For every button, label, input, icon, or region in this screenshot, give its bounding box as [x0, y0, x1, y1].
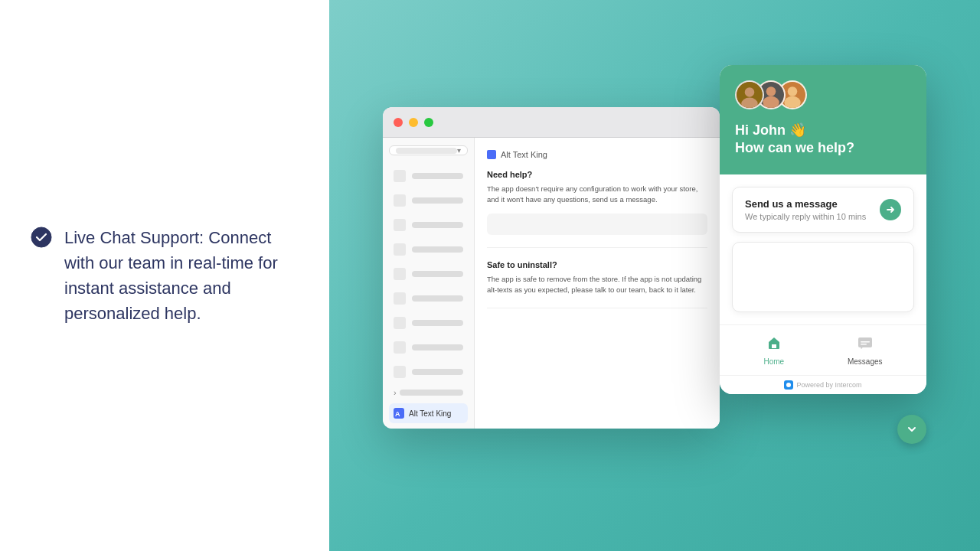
sidebar-nav-security[interactable]	[389, 337, 468, 357]
svg-point-8	[766, 86, 776, 96]
sidebar-dropdown[interactable]: ▾	[389, 145, 468, 155]
app-logo-icon: A	[394, 408, 404, 419]
chat-avatars	[735, 80, 911, 109]
nav-settings-label	[412, 320, 463, 326]
chat-widget: Hi John 👋 How can we help? Send us a mes…	[720, 65, 926, 394]
chart-icon	[394, 292, 406, 305]
app-content: Alt Text King Need help? The app doesn't…	[475, 138, 720, 429]
home-tab-label: Home	[763, 357, 784, 366]
messages-tab-icon	[857, 334, 874, 355]
nav-images-label	[412, 271, 463, 277]
send-message-title: Send us a message	[745, 198, 866, 210]
sidebar-nav-analytics[interactable]	[389, 289, 468, 308]
nav-home-label	[412, 173, 463, 179]
svg-rect-3	[487, 150, 496, 159]
arrow-right-icon	[885, 204, 896, 215]
check-icon	[31, 227, 52, 248]
chevron-down-icon: ▾	[457, 146, 461, 155]
faq-text-0: The app doesn't require any configuratio…	[487, 184, 707, 206]
faq-input-0[interactable]	[487, 214, 707, 235]
sidebar-nav-users[interactable]	[389, 240, 468, 259]
browser-window: ▾	[383, 107, 720, 429]
chat-body: Send us a message We typically reply wit…	[720, 174, 926, 324]
intercom-logo-icon	[784, 380, 793, 390]
footer-tab-messages[interactable]: Messages	[848, 334, 883, 366]
sidebar-nav-images[interactable]	[389, 264, 468, 284]
chat-greeting: Hi John 👋 How can we help?	[735, 122, 911, 156]
nav-analytics-label	[412, 295, 463, 302]
tag-icon	[394, 219, 406, 231]
svg-point-11	[788, 86, 798, 96]
content-header: Alt Text King	[487, 150, 707, 159]
right-panel: ▾	[329, 0, 980, 551]
feature-description: Live Chat Support: Connect with our team…	[64, 225, 299, 326]
chat-header: Hi John 👋 How can we help?	[720, 65, 926, 174]
left-panel: Live Chat Support: Connect with our team…	[0, 0, 329, 551]
faq-title-0: Need help?	[487, 170, 707, 179]
app-name-label: Alt Text King	[409, 409, 451, 418]
sidebar-nav-settings[interactable]	[389, 313, 468, 333]
content-app-name: Alt Text King	[501, 150, 547, 159]
nav-tags-label	[412, 222, 463, 228]
sidebar-bottom: › A Alt Text King	[389, 362, 468, 423]
recent-conversations	[732, 242, 914, 312]
feature-item: Live Chat Support: Connect with our team…	[31, 225, 299, 326]
faq-title-1: Safe to uninstall?	[487, 260, 707, 269]
expand-label	[400, 390, 463, 396]
send-message-content: Send us a message We typically reply wit…	[745, 198, 866, 221]
nav-store-label	[412, 369, 463, 375]
messages-tab-label: Messages	[848, 357, 883, 366]
browser-body: ▾	[383, 138, 720, 429]
sidebar-nav-home[interactable]	[389, 166, 468, 186]
send-arrow-button[interactable]	[880, 199, 901, 220]
home-icon	[394, 170, 406, 182]
chevron-right-icon: ›	[394, 388, 397, 397]
chat-footer: Home Messages	[720, 324, 926, 375]
user-icon	[394, 243, 406, 256]
svg-rect-16	[861, 344, 867, 345]
powered-by-text: Powered by Intercom	[796, 381, 861, 389]
svg-text:A: A	[395, 410, 400, 418]
sidebar-expand-btn[interactable]: ›	[389, 385, 468, 400]
faq-item-1: Safe to uninstall? The app is safe to re…	[487, 260, 707, 309]
traffic-light-red[interactable]	[394, 118, 403, 127]
sidebar-nav-store[interactable]	[389, 362, 468, 382]
image-icon	[394, 268, 406, 280]
nav-users-label	[412, 246, 463, 253]
inbox-icon	[394, 194, 406, 207]
gear-icon	[394, 317, 406, 329]
shield-icon	[394, 341, 406, 354]
chat-greeting-line1: Hi John 👋	[735, 122, 911, 139]
chat-close-button[interactable]	[897, 415, 926, 444]
traffic-light-yellow[interactable]	[409, 118, 418, 127]
store-icon	[394, 366, 406, 378]
nav-security-label	[412, 344, 463, 350]
app-label-item[interactable]: A Alt Text King	[389, 403, 468, 423]
svg-point-18	[786, 383, 791, 387]
sidebar-nav-tags[interactable]	[389, 215, 468, 235]
avatar-1	[735, 80, 764, 109]
browser-titlebar	[383, 107, 720, 138]
chevron-down-icon	[906, 423, 918, 435]
sidebar-nav-inbox[interactable]	[389, 191, 468, 210]
send-message-card[interactable]: Send us a message We typically reply wit…	[732, 187, 914, 233]
faq-text-1: The app is safe to remove from the store…	[487, 274, 707, 296]
chat-greeting-line2: How can we help?	[735, 140, 911, 156]
faq-item-0: Need help? The app doesn't require any c…	[487, 170, 707, 248]
svg-rect-15	[861, 341, 870, 343]
svg-point-5	[745, 87, 755, 97]
home-tab-icon	[766, 334, 782, 355]
traffic-light-green[interactable]	[424, 118, 433, 127]
powered-by-bar: Powered by Intercom	[720, 375, 926, 394]
footer-tab-home[interactable]: Home	[763, 334, 784, 366]
svg-point-0	[31, 227, 51, 247]
content-app-icon	[487, 150, 496, 159]
send-message-subtitle: We typically reply within 10 mins	[745, 212, 866, 221]
app-sidebar: ▾	[383, 138, 475, 429]
svg-rect-13	[772, 344, 776, 348]
nav-inbox-label	[412, 197, 463, 204]
